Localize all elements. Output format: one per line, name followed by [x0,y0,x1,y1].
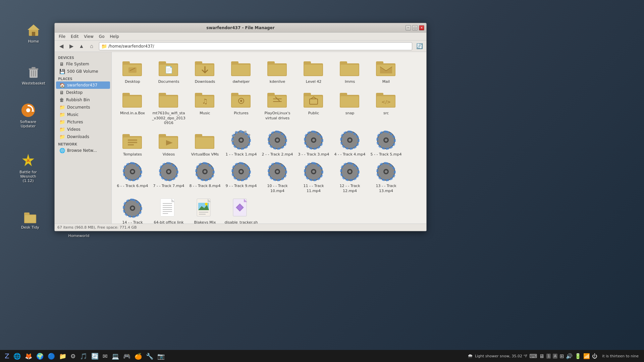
sidebar-item-rubbish-bin-label: Rubbish Bin [66,98,90,102]
file-item-downloads[interactable]: Downloads [187,55,223,86]
svg-rect-21 [122,61,130,65]
maximize-button[interactable]: □ [412,25,418,31]
file-item-music[interactable]: ♫ Music [187,86,223,127]
menu-edit[interactable]: Edit [68,34,81,40]
svg-point-112 [131,170,134,173]
content-area: DEVICES 🖥 File System 💾 500 GB Volume PL… [55,52,426,224]
sidebar-item-pictures[interactable]: 📁 Pictures [56,118,110,126]
sidebar-item-filesystem[interactable]: 🖥 File System [56,60,110,68]
file-item-track7[interactable]: 7 - - Track 7.mp4 [151,159,187,195]
file-item-pictures[interactable]: Pictures [223,86,259,127]
file-item-desktop[interactable]: Desktop [114,55,151,86]
svg-rect-42 [340,61,347,65]
menu-help[interactable]: Help [107,34,121,40]
file-item-track13[interactable]: 13 - - Track 13.mp4 [368,159,404,195]
menu-view[interactable]: View [81,34,96,40]
taskbar-browser1[interactable]: 🌐 [11,351,23,361]
playonlinux-folder-label: PlayOnLinux's virtual drives [261,111,294,121]
sidebar-item-music[interactable]: 📁 Music [56,111,110,118]
desktop-icon-software-updater[interactable]: Software Updater [15,101,42,130]
track1-icon [230,129,252,151]
file-item-track2[interactable]: 2 - - Track 2.mp4 [259,127,296,159]
file-item-public[interactable]: Public [296,86,332,127]
file-item-track6[interactable]: 6 - - Track 6.mp4 [114,159,151,195]
home-nav-button[interactable]: ⌂ [87,42,96,51]
file-item-dwhelper[interactable]: dwhelper [223,55,259,86]
svg-rect-58 [231,93,238,96]
menu-file[interactable]: File [56,34,68,40]
sidebar-item-downloads[interactable]: 📁 Downloads [56,133,110,140]
places-section-label: PLACES [55,75,111,81]
file-item-mindinabox[interactable]: Mind.in.a.Box [114,86,151,127]
disabletracker-label: disable_tracker.sh [225,220,258,224]
taskbar-zorin[interactable]: Z [3,351,11,361]
file-item-playonlinux[interactable]: PlayOnLinux's virtual drives [259,86,296,127]
sidebar-item-500gb[interactable]: 💾 500 GB Volume [56,68,110,75]
svg-point-130 [348,170,351,173]
sidebar-item-desktop[interactable]: 🖥 Desktop [56,89,110,96]
file-item-track8[interactable]: 8 - - Track 8.mp4 [187,159,223,195]
file-item-documents[interactable]: 📄 Documents [151,55,187,86]
address-bar[interactable]: 📁 /home/swarfendor437/ [99,42,412,50]
svg-point-100 [276,139,279,141]
back-button[interactable]: ◀ [57,42,66,51]
taskbar-music[interactable]: 🎵 [78,351,89,361]
taskbar-email[interactable]: ✉ [101,351,110,361]
file-item-src[interactable]: </> src [368,86,404,127]
file-item-mt7610u[interactable]: mt7610u_wifi_sta_v3002_dpo_20130916 [151,86,187,127]
forward-button[interactable]: ▶ [67,42,76,51]
minimize-button[interactable]: ─ [406,25,411,31]
sidebar-item-browse-network[interactable]: 🌐 Browse Netw... [56,147,110,154]
file-item-videos[interactable]: Videos [151,127,187,159]
file-item-track9[interactable]: 9 - - Track 9.mp4 [223,159,259,195]
sidebar-item-rubbish-bin[interactable]: 🗑 Rubbish Bin [56,96,110,104]
taskbar-firefox[interactable]: 🦊 [23,351,34,361]
taskbar-browser3[interactable]: 🌍 [34,351,46,361]
desktop: Home Wastebasket Software Updater [0,0,644,362]
refresh-button[interactable]: 🔄 [415,42,424,51]
taskbar-files[interactable]: 📁 [57,351,68,361]
taskbar-refresh[interactable]: 🔄 [89,351,101,361]
file-item-blakeysmix[interactable]: Blakeys Mix [187,195,223,224]
taskbar-photo[interactable]: 📷 [155,351,167,361]
sidebar-item-swarfendor437[interactable]: 🏠 swarfendor437 [56,81,110,89]
taskbar-extra[interactable]: 🔧 [144,351,155,361]
file-item-mail[interactable]: Mail [368,55,404,86]
sidebar-item-videos[interactable]: 📁 Videos [56,126,110,133]
file-item-snap[interactable]: snap [332,86,368,127]
taskbar-game[interactable]: 🎮 [121,351,132,361]
file-item-disabletracker[interactable]: disable_tracker.sh [223,195,259,224]
sidebar-item-documents[interactable]: 📁 Documents [56,104,110,111]
file-item-track1[interactable]: 1 - - Track 1.mp4 [223,127,259,159]
taskbar-orange[interactable]: 🍊 [132,351,144,361]
svg-rect-54 [195,93,202,96]
desktop-icon-battle[interactable]: ⚔ Battle for Wesnoth (1.12) [15,151,42,185]
home-icon [25,22,42,38]
taskbar-browser4[interactable]: 🔵 [46,351,57,361]
file-item-track10[interactable]: 10 - - Track 10.mp4 [259,159,296,195]
close-button[interactable]: ✕ [419,25,424,31]
file-item-kdenlive[interactable]: kdenlive [259,55,296,86]
file-item-track14[interactable]: 14 - - Track 14.mp4 [114,195,151,224]
downloads-folder-icon [194,57,216,78]
file-item-templates[interactable]: Templates [114,127,151,159]
svg-rect-33 [231,61,238,65]
playonlinux-folder-icon [267,88,288,110]
file-item-office64[interactable]: 64-bit office link [151,195,187,224]
taskbar-terminal[interactable]: 💻 [110,351,121,361]
file-item-virtualbox[interactable]: VirtualBox VMs [187,127,223,159]
menu-go[interactable]: Go [96,34,107,40]
desktop-icon-desktidy[interactable]: Desk Tidy [17,206,44,231]
file-item-track5[interactable]: 5 - - Track 5.mp4 [368,127,404,159]
desktop-icon-wastebasket[interactable]: Wastebasket [20,62,47,87]
file-item-level42[interactable]: Level 42 [296,55,332,86]
up-button[interactable]: ▲ [77,42,86,51]
file-item-track11[interactable]: 11 - - Track 11.mp4 [296,159,332,195]
taskbar-settings[interactable]: ⚙ [68,351,78,361]
file-item-track3[interactable]: 3 - - Track 3.mp4 [296,127,332,159]
file-item-track12[interactable]: 12 - - Track 12.mp4 [332,159,368,195]
desktop-icon-home[interactable]: Home [20,20,47,45]
file-item-lmms[interactable]: lmms [332,55,368,86]
file-item-track4[interactable]: 4 - - Track 4.mp4 [332,127,368,159]
sidebar: DEVICES 🖥 File System 💾 500 GB Volume PL… [55,52,112,224]
